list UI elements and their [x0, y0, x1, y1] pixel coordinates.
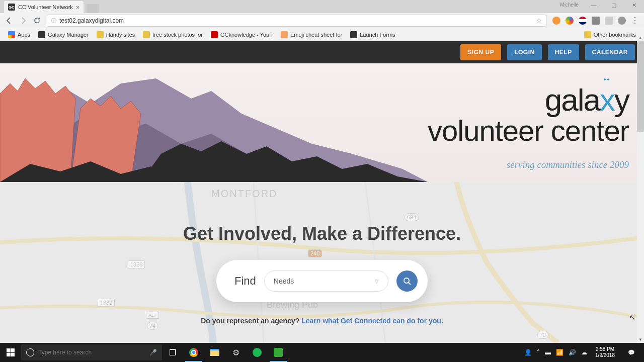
map-label-montford: MONTFORD [211, 188, 278, 200]
svg-line-8 [409, 283, 411, 285]
mic-icon[interactable]: 🎤 [149, 349, 157, 356]
camtasia-taskbar-icon[interactable] [268, 343, 289, 362]
agency-prompt: Do you represent an agency? Learn what G… [201, 317, 443, 325]
agency-link[interactable]: Learn what Get Connected can do for you. [301, 317, 443, 325]
map-route-alt: ALT [146, 312, 159, 319]
search-pill: Find Needs ▽ [216, 260, 428, 302]
battery-icon[interactable]: ▬ [545, 349, 551, 356]
search-section: MONTFORD 694 1338 1332 ALT 74 240 70 Bre… [0, 182, 644, 343]
bookmark-icon [143, 31, 150, 38]
signup-button[interactable]: SIGN UP [460, 44, 501, 60]
explorer-taskbar-icon[interactable] [204, 343, 225, 362]
url-text: test02.galaxydigital.com [59, 17, 124, 24]
system-tray: 👤 ˄ ▬ 📶 🔊 ☁ 2:58 PM 1/9/2018 💬 [520, 343, 644, 362]
task-view-button[interactable]: ❐ [162, 343, 183, 362]
close-tab-icon[interactable]: × [76, 4, 80, 11]
close-window-button[interactable]: ✕ [624, 0, 644, 10]
minimize-button[interactable]: — [584, 0, 604, 10]
extension-icon[interactable] [566, 17, 574, 25]
action-center-icon[interactable]: 💬 [623, 343, 640, 362]
onedrive-icon[interactable]: ☁ [581, 349, 587, 356]
tab-title: CC Volunteer Network [18, 4, 73, 10]
folder-icon [584, 31, 591, 38]
tagline: serving communities since 2009 [428, 159, 629, 170]
taskbar: 🎤 ❐ ⚙ 👤 ˄ ▬ 📶 🔊 ☁ 2:58 PM 1/9/2018 💬 [0, 343, 644, 362]
cortana-icon [26, 348, 34, 356]
address-bar: ⓘ test02.galaxydigital.com ☆ ⋮ [0, 13, 644, 28]
extension-icons: ⋮ [552, 16, 639, 25]
logo-line1: galaxy [428, 86, 629, 114]
taskbar-search-input[interactable] [38, 349, 145, 356]
url-input[interactable]: ⓘ test02.galaxydigital.com ☆ [47, 15, 546, 27]
other-bookmarks[interactable]: Other bookmarks [581, 30, 639, 40]
svg-point-7 [404, 278, 409, 283]
favicon-icon: GC [8, 4, 15, 11]
map-route-694: 694 [405, 213, 419, 221]
scroll-down-icon[interactable]: ▼ [637, 336, 644, 343]
vertical-scrollbar[interactable]: ▲ ▼ [637, 41, 644, 343]
bookmark-item[interactable]: Handy sites [94, 30, 138, 40]
calendar-button[interactable]: CALENDAR [585, 44, 635, 60]
taskbar-apps: ❐ ⚙ [162, 343, 289, 362]
bookmark-item[interactable]: Emoji cheat sheet for [278, 30, 345, 40]
people-icon[interactable]: 👤 [524, 349, 532, 356]
bookmark-icon [211, 31, 218, 38]
logo-line2: volunteer center [428, 116, 629, 145]
login-button[interactable]: LOGIN [507, 44, 542, 60]
reload-button[interactable] [33, 17, 41, 24]
tab-bar: GC CC Volunteer Network × [0, 0, 644, 13]
bookmark-item[interactable]: GCknowledge - YouT [208, 30, 276, 40]
settings-taskbar-icon[interactable]: ⚙ [225, 343, 247, 362]
extension-icon[interactable] [592, 17, 600, 25]
bookmark-star-icon[interactable]: ☆ [536, 17, 542, 24]
volume-icon[interactable]: 🔊 [569, 349, 576, 356]
window-controls: — ▢ ✕ [584, 0, 644, 10]
map-route-74: 74 [147, 322, 158, 330]
spotify-taskbar-icon[interactable] [247, 343, 268, 362]
chrome-taskbar-icon[interactable] [183, 343, 204, 362]
bookmark-item[interactable]: Launch Forms [347, 30, 398, 40]
extension-icon[interactable] [618, 17, 626, 25]
headline: Get Involved, Make a Difference. [183, 223, 461, 244]
bookmark-item[interactable]: free stock photos for [140, 30, 206, 40]
site-nav: SIGN UP LOGIN HELP CALENDAR [0, 41, 644, 63]
maximize-button[interactable]: ▢ [604, 0, 624, 10]
forward-button[interactable] [19, 17, 27, 25]
clock[interactable]: 2:58 PM 1/9/2018 [592, 346, 618, 358]
map-route-1332: 1332 [98, 299, 115, 307]
mountain-illustration [0, 63, 428, 182]
select-value: Needs [274, 277, 294, 285]
category-select[interactable]: Needs ▽ [264, 270, 388, 292]
chrome-profile-name[interactable]: Michelle [560, 2, 579, 8]
start-button[interactable] [0, 343, 21, 362]
windows-logo-icon [7, 348, 15, 356]
map-route-70: 70 [537, 331, 548, 339]
bookmark-icon [38, 31, 45, 38]
extension-icon[interactable] [552, 17, 560, 25]
search-button[interactable] [396, 270, 418, 292]
help-button[interactable]: HELP [548, 44, 579, 60]
bookmark-icon [97, 31, 104, 38]
bookmark-item[interactable]: Galaxy Manager [35, 30, 92, 40]
chrome-menu-icon[interactable]: ⋮ [631, 16, 639, 25]
map-route-1338: 1338 [128, 260, 145, 268]
site-info-icon[interactable]: ⓘ [51, 17, 56, 24]
extension-icon[interactable] [579, 17, 587, 25]
bookmarks-bar: Apps Galaxy ManagerHandy sitesfree stock… [0, 28, 644, 41]
browser-tab[interactable]: GC CC Volunteer Network × [4, 1, 84, 13]
scroll-up-icon[interactable]: ▲ [637, 34, 644, 41]
hero-text: galaxy volunteer center serving communit… [428, 86, 629, 170]
wifi-icon[interactable]: 📶 [556, 349, 564, 356]
new-tab-button[interactable] [87, 4, 99, 13]
bookmark-icon [281, 31, 288, 38]
scroll-thumb[interactable] [637, 41, 644, 132]
map-route-240: 240 [308, 249, 322, 257]
tray-chevron-icon[interactable]: ˄ [537, 349, 540, 356]
page-content: SIGN UP LOGIN HELP CALENDAR galaxy volun… [0, 41, 644, 362]
back-button[interactable] [5, 17, 13, 25]
cortana-search[interactable]: 🎤 [21, 344, 162, 360]
apps-button[interactable]: Apps [5, 30, 33, 40]
extension-icon[interactable] [605, 17, 613, 25]
search-icon [403, 277, 411, 285]
chevron-down-icon: ▽ [375, 279, 379, 284]
